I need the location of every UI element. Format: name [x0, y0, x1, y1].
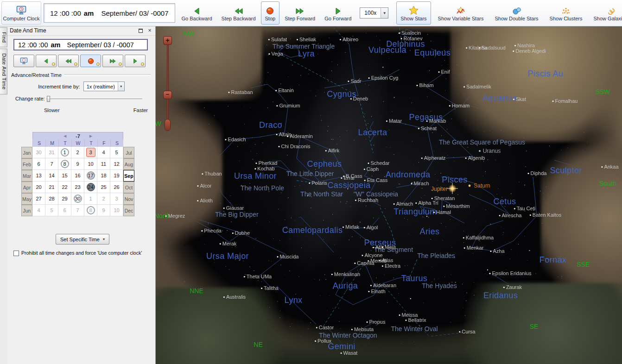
- calendar-prev-button[interactable]: ◄: [63, 133, 67, 138]
- calendar-day[interactable]: 15: [58, 170, 71, 182]
- clock-badge-icon: [119, 63, 122, 66]
- calendar-next-button[interactable]: ►: [89, 133, 93, 138]
- calendar-day[interactable]: 12: [110, 158, 123, 170]
- calendar-month-sep[interactable]: Sep: [123, 170, 134, 182]
- calendar-day-headers: SMTWTFS: [21, 139, 134, 147]
- calendar-day[interactable]: 21: [45, 182, 58, 193]
- calendar-day[interactable]: 4: [32, 205, 45, 216]
- calendar-month-oct[interactable]: Oct: [123, 182, 134, 193]
- calendar-day[interactable]: 19: [110, 170, 123, 182]
- float-panel-button[interactable]: [137, 27, 144, 34]
- stop-icon: [266, 5, 274, 15]
- dock-go-forward-button[interactable]: [125, 55, 146, 67]
- dock-step-backward-button[interactable]: [58, 55, 79, 67]
- calendar-day[interactable]: 17: [84, 170, 97, 182]
- calendar-month-jul[interactable]: Jul: [123, 147, 134, 158]
- calendar-day[interactable]: 3: [110, 193, 123, 205]
- calendar-day[interactable]: 9: [71, 158, 84, 170]
- calendar-day[interactable]: 27: [32, 193, 45, 205]
- calendar-day[interactable]: 10: [110, 205, 123, 216]
- calendar-day[interactable]: 11: [97, 158, 110, 170]
- calendar-day-header: F: [97, 139, 110, 147]
- calendar-day[interactable]: 25: [97, 182, 110, 193]
- calendar-day[interactable]: 3: [84, 147, 97, 158]
- calendar-day[interactable]: 1: [58, 147, 71, 158]
- calendar-month-aug[interactable]: Aug: [123, 158, 134, 170]
- show-variable-stars-label: Show Variable Stars: [438, 16, 484, 21]
- calendar-day[interactable]: 7: [45, 158, 58, 170]
- show-clusters-button[interactable]: Show Clusters: [546, 1, 587, 25]
- step-backward-button[interactable]: Step Backward: [217, 1, 260, 25]
- calendar-month-jan[interactable]: Jan: [21, 147, 32, 158]
- calendar-day[interactable]: 31: [45, 147, 58, 158]
- increment-select[interactable]: 1x (realtime) ▼: [83, 82, 125, 91]
- close-icon: ×: [148, 27, 151, 34]
- calendar-day[interactable]: 28: [45, 193, 58, 205]
- calendar-month-dec[interactable]: Dec: [123, 205, 134, 216]
- calendar-day[interactable]: 20: [32, 182, 45, 193]
- show-variable-stars-button[interactable]: Show Variable Stars: [434, 1, 488, 25]
- step-forward-button[interactable]: Step Forward: [280, 1, 319, 25]
- group-divider: [64, 74, 151, 76]
- go-forward-button[interactable]: Go Forward: [320, 1, 355, 25]
- show-stars-button[interactable]: Show Stars: [396, 1, 431, 25]
- calendar-day[interactable]: 30: [32, 147, 45, 158]
- calendar-day[interactable]: 8: [58, 158, 71, 170]
- calendar-day[interactable]: 1: [84, 193, 97, 205]
- zoom-slider[interactable]: + −: [163, 36, 173, 147]
- go-forward-label: Go Forward: [324, 16, 351, 21]
- calendar-day[interactable]: 14: [45, 170, 58, 182]
- calendar-month-apr[interactable]: Apr: [21, 182, 32, 193]
- calendar-day[interactable]: 2: [97, 193, 110, 205]
- zoom-slider-handle[interactable]: −: [163, 91, 172, 99]
- calendar-day[interactable]: 7: [71, 205, 84, 216]
- calendar-day[interactable]: 16: [71, 170, 84, 182]
- increment-value: 1x (realtime): [84, 84, 118, 89]
- calendar-day[interactable]: 5: [110, 147, 123, 158]
- rate-slider[interactable]: [46, 94, 142, 103]
- calendar-day[interactable]: 30: [71, 193, 84, 205]
- dock-go-backward-button[interactable]: [36, 55, 57, 67]
- dock-computer-clock-button[interactable]: [13, 55, 34, 67]
- show-galaxies-button[interactable]: Show Galaxies: [590, 1, 622, 25]
- calendar-day[interactable]: 6: [58, 205, 71, 216]
- go-backward-button[interactable]: Go Backward: [178, 1, 216, 25]
- calendar-month-feb[interactable]: Feb: [21, 158, 32, 170]
- show-double-stars-button[interactable]: Show Double Stars: [490, 1, 542, 25]
- calendar-day[interactable]: 26: [110, 182, 123, 193]
- calendar-month-jun[interactable]: Jun: [21, 205, 32, 216]
- stop-button[interactable]: Stop: [261, 1, 280, 25]
- calendar-day[interactable]: 22: [58, 182, 71, 193]
- rate-select[interactable]: 100x ▼: [360, 7, 388, 19]
- calendar-day[interactable]: 29: [58, 193, 71, 205]
- slower-faster-row: Slower Faster: [44, 107, 148, 113]
- calendar-month-may[interactable]: May: [21, 193, 32, 205]
- calendar-day[interactable]: 2: [71, 147, 84, 158]
- computer-clock-label: Computer Clock: [3, 16, 40, 21]
- calendar-day[interactable]: 4: [97, 147, 110, 158]
- close-panel-button[interactable]: ×: [146, 27, 153, 34]
- dock-stop-button[interactable]: [80, 55, 101, 67]
- dock-date-text: September/ 03 / -0007: [67, 41, 133, 49]
- tab-find[interactable]: Find: [0, 27, 7, 47]
- tab-date-and-time[interactable]: Date And Time: [0, 49, 7, 94]
- set-specific-time-button[interactable]: Set Specific Time ▾: [56, 234, 109, 245]
- calendar-day[interactable]: 18: [97, 170, 110, 182]
- dock-step-forward-button[interactable]: [102, 55, 123, 67]
- calendar-day[interactable]: 8: [84, 205, 97, 216]
- computer-clock-button[interactable]: Computer Clock: [1, 1, 41, 25]
- zoom-in-button[interactable]: +: [163, 36, 172, 45]
- calendar-day[interactable]: 13: [32, 170, 45, 182]
- calendar-day[interactable]: 6: [32, 158, 45, 170]
- sky-view[interactable]: NWWNorthNNENESSWSouthSSESELyraDelphinusV…: [155, 26, 622, 364]
- calendar-day[interactable]: 24: [84, 182, 97, 193]
- calendar-grid: Jan303112345JulFeb6789101112AugMar131415…: [21, 147, 134, 216]
- calendar-day[interactable]: 23: [71, 182, 84, 193]
- calendar-month-nov[interactable]: Nov: [123, 193, 134, 205]
- calendar-day[interactable]: 5: [45, 205, 58, 216]
- slider-thumb[interactable]: [47, 96, 50, 102]
- calendar-month-mar[interactable]: Mar: [21, 170, 32, 182]
- prohibit-checkbox[interactable]: [13, 251, 19, 256]
- calendar-day[interactable]: 9: [97, 205, 110, 216]
- calendar-day[interactable]: 10: [84, 158, 97, 170]
